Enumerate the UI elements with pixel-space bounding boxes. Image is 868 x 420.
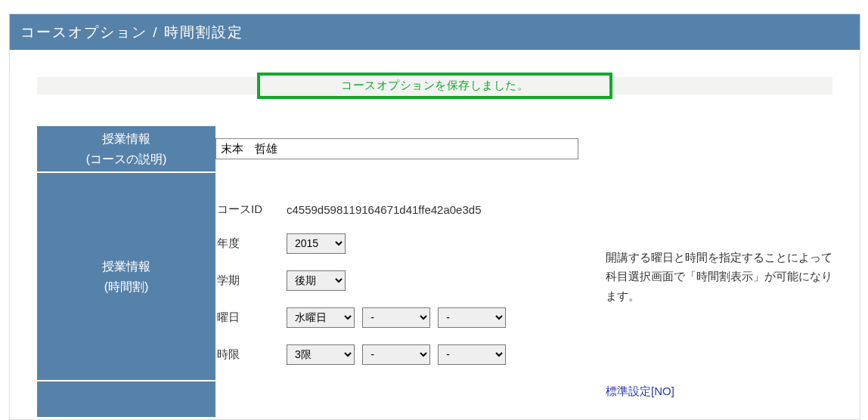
cell-timetable-fields: コースID c4559d598119164671d41ffe42a0e3d5 年…: [215, 172, 606, 381]
label-empty-3: [37, 381, 215, 417]
period-select-2[interactable]: -: [362, 344, 430, 365]
label-class-info-desc-2: (コースの説明): [86, 153, 167, 165]
cell-empty-right-1: [606, 125, 832, 172]
row-year: 年度 2015: [217, 226, 518, 261]
settings-table: 授業情報 (コースの説明) 授業情報 (時間割): [37, 125, 832, 417]
period-select-1[interactable]: 3限: [287, 344, 355, 365]
term-select[interactable]: 後期: [287, 270, 346, 291]
help-text: 開講する曜日と時間を指定することによって科目選択画面で「時間割表示」が可能になり…: [606, 251, 832, 302]
row-course-description: 授業情報 (コースの説明): [37, 125, 832, 172]
content-area: コースオプションを保存しました。 授業情報 (コースの説明) 授: [9, 50, 860, 420]
label-day: 曜日: [217, 300, 285, 335]
day-select-2[interactable]: -: [362, 307, 430, 328]
standard-setting-link[interactable]: 標準設定[NO]: [606, 384, 674, 397]
timetable-fields-table: コースID c4559d598119164671d41ffe42a0e3d5 年…: [215, 193, 519, 374]
row-timetable: 授業情報 (時間割) コースID c4559d598119164671d41ff…: [37, 172, 832, 381]
row-extra: 標準設定[NO]: [37, 381, 832, 417]
page-title: コースオプション / 時間割設定: [20, 23, 243, 42]
cell-empty-center-3: [215, 381, 606, 417]
period-select-3[interactable]: -: [438, 344, 506, 365]
year-select[interactable]: 2015: [287, 233, 346, 254]
label-course-id: コースID: [217, 195, 285, 224]
label-class-info-tt: 授業情報 (時間割): [37, 172, 215, 381]
cell-teacher-name: [215, 125, 606, 172]
row-course-id: コースID c4559d598119164671d41ffe42a0e3d5: [217, 195, 518, 224]
label-term: 学期: [217, 263, 285, 298]
day-select-3[interactable]: -: [438, 307, 506, 328]
label-year: 年度: [217, 226, 285, 261]
label-class-info-tt-1: 授業情報: [102, 260, 150, 273]
notice-text: コースオプションを保存しました。: [341, 79, 529, 93]
notice-area: コースオプションを保存しました。: [37, 73, 832, 99]
label-class-info-desc-1: 授業情報: [102, 132, 150, 145]
row-term: 学期 後期: [217, 263, 518, 298]
label-class-info-tt-2: (時間割): [104, 280, 149, 293]
label-period: 時限: [217, 337, 285, 372]
day-select-1[interactable]: 水曜日: [287, 307, 355, 328]
cell-help-text: 開講する曜日と時間を指定することによって科目選択画面で「時間割表示」が可能になり…: [606, 172, 832, 381]
teacher-name-input[interactable]: [215, 138, 578, 159]
page-title-bar: コースオプション / 時間割設定: [9, 14, 860, 50]
value-course-id: c4559d598119164671d41ffe42a0e3d5: [287, 195, 518, 224]
cell-std-link: 標準設定[NO]: [606, 381, 832, 417]
save-success-notice: コースオプションを保存しました。: [257, 73, 612, 99]
row-day: 曜日 水曜日 - -: [217, 300, 518, 335]
label-class-info-desc: 授業情報 (コースの説明): [37, 125, 215, 172]
row-period: 時限 3限 - -: [217, 337, 518, 372]
